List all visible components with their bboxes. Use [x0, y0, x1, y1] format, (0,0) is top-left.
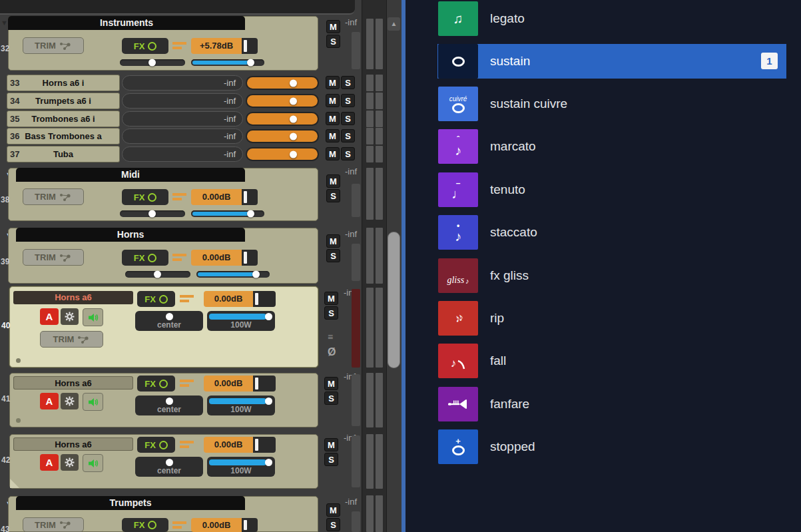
- pan-bar[interactable]: [246, 112, 319, 126]
- legato-icon[interactable]: ♫: [438, 1, 478, 36]
- track-name-box[interactable]: 35Trombones a6 i: [7, 111, 120, 127]
- folder-header-trumpets[interactable]: Trumpets: [16, 496, 245, 510]
- fx-button[interactable]: FX: [137, 437, 175, 453]
- articulation-row-fanfare[interactable]: fanfare: [405, 387, 801, 421]
- mute-button[interactable]: M: [326, 76, 340, 89]
- phase-button[interactable]: Ø: [328, 346, 336, 358]
- gliss-icon[interactable]: gliss♪: [438, 258, 478, 293]
- sustain-cuivre-icon[interactable]: cuivré: [438, 87, 478, 121]
- sends-icon[interactable]: ≡: [328, 332, 333, 342]
- track-name-box[interactable]: 34Trumpets a6 i: [7, 93, 120, 109]
- pan-control[interactable]: center: [135, 396, 203, 415]
- rip-icon[interactable]: ♪♪: [438, 301, 478, 336]
- folder-header-instruments[interactable]: Instruments: [8, 16, 245, 30]
- volume-value[interactable]: 0.00dB: [204, 291, 253, 307]
- volume-value[interactable]: 0.00dB: [204, 437, 253, 453]
- trim-button[interactable]: TRIM: [40, 331, 103, 348]
- volume-handle[interactable]: [244, 252, 247, 264]
- scroll-up-button[interactable]: ▲: [388, 17, 400, 31]
- volume-fader[interactable]: [196, 271, 270, 278]
- track-name-box[interactable]: Horns a6: [13, 376, 133, 390]
- volume-fader[interactable]: [191, 59, 264, 66]
- articulation-row-marcato[interactable]: ˆ♪ marcato: [405, 129, 801, 164]
- volume-fader[interactable]: -inf: [122, 93, 243, 109]
- settings-button[interactable]: [61, 393, 79, 409]
- marcato-icon[interactable]: ˆ♪: [438, 129, 478, 164]
- trim-button[interactable]: TRIM: [23, 188, 84, 205]
- trim-button[interactable]: TRIM: [23, 37, 84, 54]
- folder-header-midi[interactable]: Midi: [16, 168, 245, 182]
- solo-button[interactable]: S: [341, 112, 355, 125]
- pan-bar[interactable]: [246, 94, 319, 108]
- fader-knob[interactable]: [290, 133, 297, 140]
- articulation-row-stopped[interactable]: + stopped: [405, 429, 801, 464]
- articulation-row-sustain[interactable]: sustain 1: [405, 44, 801, 79]
- volume-handle[interactable]: [255, 293, 258, 305]
- mute-button[interactable]: M: [326, 129, 340, 142]
- pan-bar[interactable]: [246, 76, 319, 90]
- volume-handle-slot[interactable]: [253, 376, 276, 392]
- width-knob[interactable]: [265, 313, 272, 320]
- solo-button[interactable]: S: [326, 249, 340, 262]
- volume-handle[interactable]: [255, 378, 258, 390]
- fx-enabled-indicator[interactable]: [159, 380, 168, 388]
- routing-button[interactable]: [178, 377, 196, 390]
- pan-knob[interactable]: [166, 398, 173, 405]
- fx-enabled-indicator[interactable]: [148, 193, 156, 202]
- mute-button[interactable]: M: [326, 503, 340, 517]
- fx-button[interactable]: FX: [122, 250, 168, 266]
- volume-fader[interactable]: -inf: [122, 129, 243, 144]
- solo-button[interactable]: S: [324, 392, 338, 405]
- volume-knob[interactable]: [247, 59, 254, 67]
- mute-button[interactable]: M: [326, 174, 340, 188]
- width-knob[interactable]: [265, 398, 272, 405]
- volume-handle[interactable]: [244, 520, 247, 530]
- pan-bar[interactable]: [246, 147, 319, 161]
- routing-button[interactable]: [171, 190, 188, 204]
- fx-enabled-indicator[interactable]: [159, 441, 168, 449]
- pan-bar[interactable]: [246, 129, 319, 143]
- track-name-box[interactable]: 33Horns a6 i: [7, 75, 120, 91]
- volume-handle-slot[interactable]: [242, 250, 258, 266]
- routing-button[interactable]: [178, 438, 196, 451]
- pan-knob[interactable]: [166, 459, 173, 466]
- fanfare-icon[interactable]: [438, 387, 478, 421]
- mute-button[interactable]: M: [326, 94, 340, 107]
- fx-enabled-indicator[interactable]: [148, 521, 156, 529]
- record-arm-button[interactable]: A: [40, 454, 59, 471]
- solo-button[interactable]: S: [341, 76, 355, 89]
- volume-handle-slot[interactable]: [253, 291, 276, 307]
- fx-button[interactable]: FX: [122, 518, 168, 532]
- monitor-button[interactable]: [83, 308, 103, 326]
- volume-fader[interactable]: -inf: [122, 146, 243, 162]
- fx-enabled-indicator[interactable]: [159, 295, 168, 304]
- record-arm-button[interactable]: A: [40, 393, 59, 409]
- solo-button[interactable]: S: [341, 94, 355, 107]
- mute-button[interactable]: M: [326, 112, 340, 125]
- pan-fader[interactable]: [120, 59, 185, 66]
- track-name-box[interactable]: 36Bass Trombones a: [7, 128, 120, 144]
- articulation-row-legato[interactable]: ♫ legato: [405, 1, 801, 36]
- routing-button[interactable]: [171, 39, 188, 53]
- track-name-box[interactable]: Horns a6: [13, 437, 133, 451]
- width-control[interactable]: 100W: [207, 311, 275, 331]
- folder-header-horns[interactable]: Horns: [16, 228, 245, 242]
- fader-knob[interactable]: [290, 97, 297, 105]
- volume-knob[interactable]: [252, 271, 260, 278]
- volume-value[interactable]: 0.00dB: [191, 189, 242, 205]
- articulation-row-staccato[interactable]: •♪ staccato: [405, 215, 801, 250]
- pan-control[interactable]: center: [135, 311, 203, 331]
- pan-knob[interactable]: [154, 271, 161, 278]
- fx-enabled-indicator[interactable]: [148, 42, 156, 51]
- mute-button[interactable]: M: [324, 292, 338, 305]
- settings-button[interactable]: [61, 454, 79, 471]
- track-name-box[interactable]: Horns a6: [13, 291, 133, 304]
- collapse-arrow-icon[interactable]: ▼: [1, 18, 8, 27]
- articulation-row-sustain-cuivre[interactable]: cuivré sustain cuivre: [405, 87, 801, 121]
- pan-knob[interactable]: [166, 313, 173, 320]
- scrollbar-thumb[interactable]: [388, 232, 400, 368]
- width-knob[interactable]: [265, 459, 272, 466]
- sustain-icon[interactable]: [438, 44, 478, 79]
- volume-handle[interactable]: [244, 191, 247, 203]
- articulation-row-rip[interactable]: ♪♪ rip: [405, 301, 801, 336]
